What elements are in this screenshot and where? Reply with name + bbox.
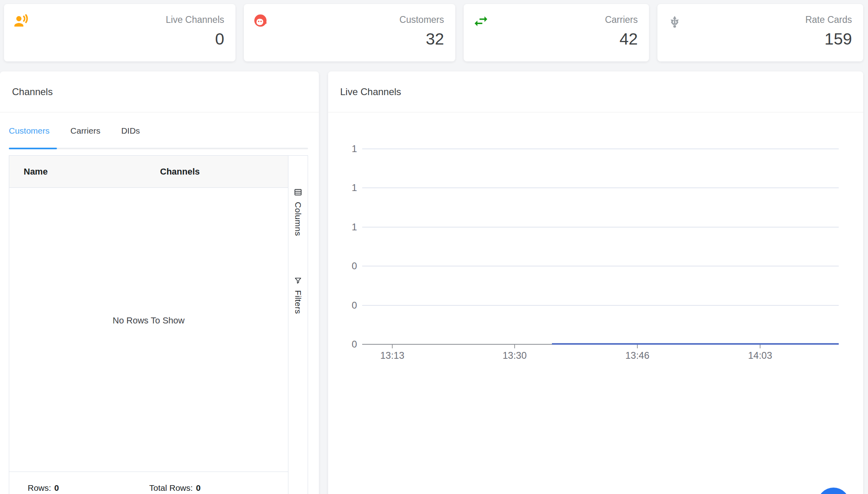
stat-card-carriers: Carriers 42 (464, 4, 649, 61)
alt-route-icon (666, 10, 685, 55)
stat-card-customers: Customers 32 (244, 4, 455, 61)
stat-value: 159 (685, 30, 852, 48)
record-voice-icon (13, 10, 32, 55)
x-axis-tick-label: 13:46 (615, 350, 659, 361)
stat-label: Customers (272, 14, 444, 25)
series-line-live-channels (552, 343, 839, 345)
x-axis-tick (514, 345, 515, 348)
stat-value: 32 (272, 30, 444, 48)
filter-icon (294, 276, 302, 287)
y-axis-tick-label: 1 (328, 182, 357, 193)
stat-card-rate-cards: Rate Cards 159 (657, 4, 863, 61)
total-rows-count: Total Rows:0 (149, 483, 201, 493)
column-header-channels[interactable]: Channels (153, 167, 288, 177)
y-axis-tick-label: 0 (328, 300, 357, 311)
channels-panel-title: Channels (0, 71, 319, 112)
stat-label: Rate Cards (685, 14, 852, 25)
side-tab-columns[interactable]: Columns (293, 188, 303, 236)
stat-label: Live Channels (32, 14, 224, 25)
channels-panel: Channels Customers Carriers DIDs Name Ch… (0, 71, 319, 494)
y-gridline (362, 187, 839, 188)
stat-label: Carriers (492, 14, 638, 25)
live-channels-panel-title: Live Channels (328, 71, 863, 112)
live-channels-panel: Live Channels 11100013:1313:3013:4614:03 (328, 71, 863, 494)
grid-side-bar: Columns Filters (288, 156, 308, 494)
active-tab-indicator (9, 148, 57, 149)
table-status-bar: Rows:0 Total Rows:0 (9, 472, 288, 494)
live-channels-chart: 11100013:1313:3013:4614:03 (328, 112, 863, 494)
table-body: No Rows To Show (9, 188, 288, 472)
column-header-name[interactable]: Name (9, 167, 153, 177)
y-axis-tick-label: 1 (328, 143, 357, 155)
y-axis-tick-label: 0 (328, 260, 357, 272)
tab-carriers[interactable]: Carriers (71, 126, 101, 136)
x-axis-line (362, 344, 552, 345)
y-gridline (362, 266, 839, 266)
x-axis-tick (760, 345, 761, 348)
y-axis-tick-label: 0 (328, 339, 357, 350)
columns-icon (294, 188, 302, 198)
x-axis-tick-label: 14:03 (738, 350, 782, 361)
swap-arrows-icon (473, 10, 492, 55)
support-agent-icon (253, 10, 272, 55)
y-gridline (362, 305, 839, 306)
y-gridline (362, 148, 839, 149)
x-axis-tick-label: 13:30 (493, 350, 537, 361)
y-gridline (362, 227, 839, 228)
channels-tabs: Customers Carriers DIDs (9, 112, 308, 149)
stat-value: 42 (492, 30, 638, 48)
table-header-row: Name Channels (9, 156, 288, 188)
rows-count: Rows:0 (28, 483, 59, 493)
y-axis-tick-label: 1 (328, 222, 357, 233)
side-tab-label: Columns (293, 202, 303, 236)
stat-cards-row: Live Channels 0 Customers 32 (4, 4, 863, 61)
tab-customers[interactable]: Customers (9, 126, 50, 136)
tab-dids[interactable]: DIDs (121, 126, 140, 136)
dashboard-page: Live Channels 0 Customers 32 (0, 0, 868, 494)
x-axis-tick (637, 345, 638, 348)
empty-rows-message: No Rows To Show (9, 315, 288, 326)
channels-table: Name Channels No Rows To Show Rows:0 Tot… (9, 155, 308, 494)
x-axis-tick-label: 13:13 (370, 350, 414, 361)
x-axis-tick (392, 345, 393, 348)
side-tab-filters[interactable]: Filters (293, 276, 303, 314)
side-tab-label: Filters (293, 290, 303, 314)
stat-value: 0 (32, 30, 224, 48)
stat-card-live-channels: Live Channels 0 (4, 4, 235, 61)
